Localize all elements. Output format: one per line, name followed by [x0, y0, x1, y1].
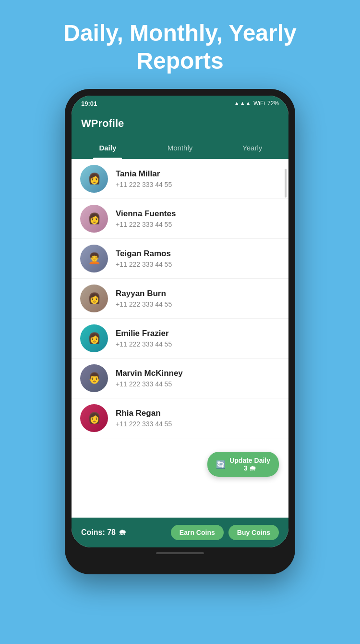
contact-item[interactable]: 👩Tania Millar+11 222 333 44 55 [72, 159, 288, 199]
update-icon: 🔄 [216, 460, 226, 469]
status-icons: ▲▲▲ WiFi 72% [234, 100, 279, 107]
home-bar [156, 552, 204, 554]
contact-phone: +11 222 333 44 55 [116, 340, 172, 348]
scrollbar [285, 169, 287, 198]
contact-item[interactable]: 🧑‍🦱Teigan Ramos+11 222 333 44 55 [72, 239, 288, 279]
tab-daily[interactable]: Daily [72, 136, 144, 159]
battery-icon: 72% [267, 100, 279, 107]
wifi-icon: WiFi [253, 100, 265, 107]
coins-display: Coins: 78 🌧 [81, 528, 126, 537]
avatar: 👩 [80, 285, 108, 312]
contact-list: 👩Tania Millar+11 222 333 44 55👩Vienna Fu… [72, 159, 288, 518]
avatar: 👩 [80, 205, 108, 233]
avatar: 👨 [80, 364, 108, 392]
avatar: 👩 [80, 165, 108, 193]
update-button-wrapper: 🔄 Update Daily 3 🌧 [207, 452, 279, 477]
status-time: 19:01 [81, 100, 97, 107]
contact-name: Vienna Fuentes [116, 209, 176, 219]
bottom-buttons: Earn Coins Buy Coins [171, 525, 279, 540]
status-bar: 19:01 ▲▲▲ WiFi 72% [72, 96, 288, 111]
contact-phone: +11 222 333 44 55 [116, 181, 172, 188]
contact-phone: +11 222 333 44 55 [116, 420, 172, 428]
avatar: 👩 [80, 324, 108, 352]
contact-info: Rayyan Burn+11 222 333 44 55 [116, 289, 172, 308]
page-title: Daily, Monthly, Yearly Reports [44, 19, 316, 74]
update-daily-button[interactable]: 🔄 Update Daily 3 🌧 [207, 452, 279, 477]
app-bar-title: WProfile [81, 117, 124, 130]
avatar: 👩 [80, 404, 108, 432]
contact-info: Rhia Regan+11 222 333 44 55 [116, 409, 172, 428]
contact-item[interactable]: 👩Rayyan Burn+11 222 333 44 55 [72, 279, 288, 319]
signal-icon: ▲▲▲ [234, 100, 251, 107]
contact-name: Marvin McKinney [116, 369, 183, 378]
contact-phone: +11 222 333 44 55 [116, 380, 183, 388]
contact-item[interactable]: 👩Rhia Regan+11 222 333 44 55 [72, 398, 288, 438]
contact-item[interactable]: 👨Marvin McKinney+11 222 333 44 55 [72, 359, 288, 398]
phone-bottom [72, 547, 288, 557]
avatar: 🧑‍🦱 [80, 245, 108, 272]
contact-name: Rhia Regan [116, 409, 172, 418]
contact-info: Marvin McKinney+11 222 333 44 55 [116, 369, 183, 388]
buy-coins-button[interactable]: Buy Coins [228, 525, 279, 540]
phone-screen: 19:01 ▲▲▲ WiFi 72% WProfile Daily Monthl… [72, 96, 288, 547]
contact-info: Teigan Ramos+11 222 333 44 55 [116, 249, 172, 268]
contact-name: Rayyan Burn [116, 289, 172, 298]
tab-monthly[interactable]: Monthly [144, 136, 216, 159]
tab-yearly[interactable]: Yearly [216, 136, 288, 159]
contact-info: Tania Millar+11 222 333 44 55 [116, 169, 172, 188]
contact-info: Vienna Fuentes+11 222 333 44 55 [116, 209, 176, 228]
contact-name: Tania Millar [116, 169, 172, 179]
contact-item[interactable]: 👩Vienna Fuentes+11 222 333 44 55 [72, 199, 288, 239]
tab-bar: Daily Monthly Yearly [72, 136, 288, 159]
contact-name: Emilie Frazier [116, 329, 172, 338]
contact-phone: +11 222 333 44 55 [116, 260, 172, 268]
app-bar: WProfile [72, 111, 288, 136]
contact-info: Emilie Frazier+11 222 333 44 55 [116, 329, 172, 348]
update-button-label: Update Daily 3 🌧 [229, 457, 270, 472]
bottom-bar: Coins: 78 🌧 Earn Coins Buy Coins [72, 518, 288, 547]
contact-name: Teigan Ramos [116, 249, 172, 259]
phone-device: 19:01 ▲▲▲ WiFi 72% WProfile Daily Monthl… [65, 89, 295, 574]
contact-phone: +11 222 333 44 55 [116, 221, 176, 228]
earn-coins-button[interactable]: Earn Coins [171, 525, 224, 540]
contact-phone: +11 222 333 44 55 [116, 300, 172, 308]
contact-item[interactable]: 👩Emilie Frazier+11 222 333 44 55 [72, 319, 288, 359]
